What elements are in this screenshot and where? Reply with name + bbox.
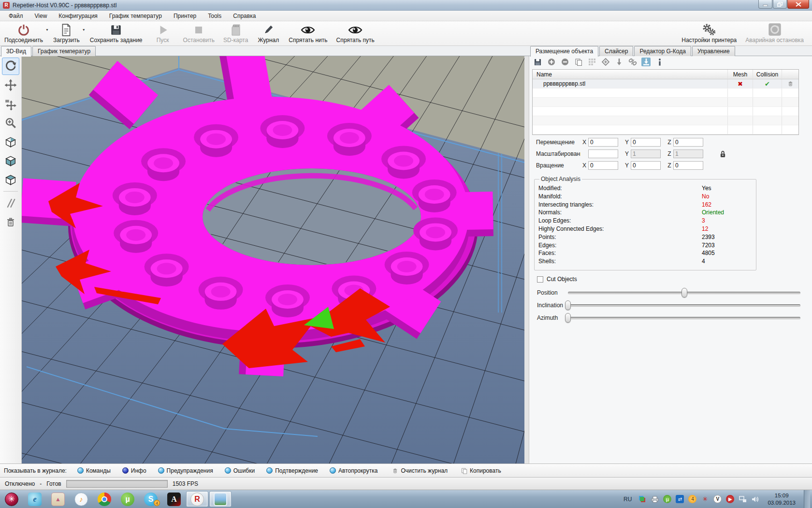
- rotation-y-input[interactable]: [631, 161, 661, 170]
- toolbar-button-power[interactable]: Подсоединить: [0, 21, 47, 45]
- language-indicator[interactable]: RU: [624, 496, 632, 503]
- log-toggle-предупраждения[interactable]: Предупраждения: [158, 467, 213, 474]
- display-settings-icon[interactable]: [638, 495, 646, 503]
- taskbar-archive-folder-icon[interactable]: ▲: [47, 491, 69, 507]
- mesh-status-icon[interactable]: ✖: [728, 79, 753, 88]
- table-row[interactable]: ppвввpppввp.stl✖✔: [533, 79, 798, 89]
- panel-tab-2[interactable]: Слайсер: [599, 46, 633, 56]
- view-tab-1[interactable]: 3D-Вид: [1, 46, 31, 57]
- panel-tab-1[interactable]: Размещение объекта: [530, 46, 598, 57]
- menu-item-7[interactable]: Справка: [227, 11, 261, 21]
- delete-row-button[interactable]: [782, 80, 798, 87]
- scale-z-input[interactable]: [673, 149, 703, 158]
- column-mesh[interactable]: Mesh: [728, 70, 753, 79]
- isometric-view-button[interactable]: [2, 133, 19, 150]
- menu-item-5[interactable]: Принтер: [168, 11, 202, 21]
- scale-x-input[interactable]: [588, 149, 618, 158]
- dropdown-arrow-icon[interactable]: ▼: [45, 28, 49, 31]
- rotate-view-button[interactable]: [2, 58, 19, 75]
- front-view-button[interactable]: [2, 152, 19, 169]
- add-object-icon[interactable]: [547, 58, 556, 66]
- menu-item-2[interactable]: View: [29, 11, 53, 21]
- log-toggle-команды[interactable]: Команды: [77, 467, 111, 474]
- save-object-icon[interactable]: [533, 58, 542, 66]
- close-button[interactable]: [787, 0, 809, 9]
- viewport-3d[interactable]: [22, 56, 524, 463]
- top-view-button[interactable]: [2, 171, 19, 188]
- menu-item-3[interactable]: Конфигурация: [53, 11, 103, 21]
- toolbar-button-hide-filament-eye[interactable]: Спрятать нить: [284, 21, 332, 45]
- restore-button[interactable]: [773, 0, 787, 9]
- slider-thumb[interactable]: [682, 288, 687, 298]
- object-info-icon[interactable]: [655, 58, 664, 66]
- toolbar-button-printer-settings-gears[interactable]: Настройки принтера: [677, 21, 741, 45]
- taskbar-skype-icon[interactable]: S4: [140, 491, 162, 507]
- zoom-view-button[interactable]: [2, 114, 19, 132]
- toolbar-button-load-file[interactable]: Загрузить: [49, 21, 84, 45]
- taskbar-repetier-host-icon[interactable]: R: [186, 491, 208, 507]
- log-toggle-инфо[interactable]: Инфо: [122, 467, 146, 474]
- collision-status-icon[interactable]: ✔: [753, 79, 782, 88]
- dropdown-arrow-icon[interactable]: ▼: [82, 28, 86, 31]
- log-button-copy[interactable]: Копировать: [461, 467, 501, 474]
- utorrent-tray-icon[interactable]: µ: [663, 495, 671, 503]
- copy-object-icon[interactable]: [574, 58, 583, 66]
- update-badge-icon[interactable]: 4: [688, 495, 696, 503]
- scale-lock-icon[interactable]: [720, 150, 726, 158]
- menu-item-6[interactable]: Tools: [202, 11, 227, 21]
- play-tray-icon[interactable]: ▶: [726, 495, 734, 503]
- column-collision[interactable]: Collision: [753, 70, 782, 79]
- azimuth-slider[interactable]: [568, 313, 800, 323]
- panel-tab-3[interactable]: Редактор G-Кода: [634, 46, 691, 56]
- taskbar-chrome-browser-icon[interactable]: [93, 491, 116, 507]
- taskbar-start-orb[interactable]: ✳: [0, 491, 23, 507]
- antivirus-star-icon[interactable]: ✳: [701, 495, 709, 503]
- toolbar-button-log-pencil[interactable]: Журнал: [252, 21, 284, 45]
- toolbar-button-save-job[interactable]: Сохранить задание: [86, 21, 147, 45]
- log-button-clear[interactable]: Очистить журнал: [392, 467, 448, 474]
- panel-tab-4[interactable]: Управление: [692, 46, 735, 56]
- taskbar-ie-browser-icon[interactable]: e: [24, 491, 46, 507]
- network-tray-icon[interactable]: [739, 495, 747, 503]
- drop-object-icon[interactable]: [614, 58, 624, 66]
- panel-divider[interactable]: [524, 56, 529, 463]
- parallel-projection-button[interactable]: [2, 194, 19, 212]
- minimize-button[interactable]: [758, 0, 772, 9]
- translation-y-input[interactable]: [631, 138, 661, 147]
- rotation-x-input[interactable]: [588, 161, 618, 170]
- split-object-icon[interactable]: [628, 58, 637, 66]
- move-object-button[interactable]: [2, 95, 19, 113]
- log-toggle-автопрокрутка[interactable]: Автопрокрутка: [330, 467, 377, 474]
- cut-objects-checkbox[interactable]: [537, 276, 543, 283]
- taskbar-music-player-icon[interactable]: ♪: [70, 491, 92, 507]
- toolbar-button-emergency-stop[interactable]: Аварийная остановка: [741, 21, 808, 45]
- remove-object-icon[interactable]: [560, 58, 569, 66]
- log-toggle-ошибки[interactable]: Ошибки: [225, 467, 255, 474]
- toolbar-button-stop[interactable]: Остановить: [179, 21, 219, 45]
- show-desktop-button[interactable]: [804, 490, 810, 508]
- menu-item-4[interactable]: График температур: [103, 11, 168, 21]
- inclination-slider[interactable]: [568, 300, 800, 311]
- delete-object-button[interactable]: [2, 213, 19, 231]
- column-name[interactable]: Name: [533, 70, 728, 79]
- volume-icon[interactable]: [751, 495, 759, 503]
- log-toggle-подтверждение[interactable]: Подтверждение: [266, 467, 318, 474]
- translation-z-input[interactable]: [673, 138, 703, 147]
- taskbar-image-viewer-icon[interactable]: [209, 491, 232, 507]
- scale-y-input[interactable]: [631, 149, 661, 158]
- menu-item-1[interactable]: Файл: [3, 11, 29, 21]
- slider-thumb[interactable]: [565, 313, 571, 323]
- center-object-icon[interactable]: [601, 58, 610, 66]
- autoposition-icon[interactable]: [587, 58, 596, 66]
- translation-x-input[interactable]: [588, 138, 618, 147]
- toolbar-button-hide-travel-eye[interactable]: Спрятать путь: [332, 21, 379, 45]
- toolbar-button-sd-card[interactable]: SD-карта: [219, 21, 252, 45]
- move-view-button[interactable]: [2, 76, 19, 94]
- v-app-icon[interactable]: V: [713, 495, 722, 503]
- taskbar-clock[interactable]: 15:09 03.09.2013: [764, 492, 799, 506]
- snap-to-bed-icon[interactable]: [641, 58, 651, 66]
- teamviewer-tray-icon[interactable]: ⇄: [676, 495, 684, 503]
- taskbar-a-app-icon[interactable]: A: [163, 491, 185, 507]
- view-tab-2[interactable]: График температур: [32, 46, 96, 56]
- slider-thumb[interactable]: [565, 300, 571, 310]
